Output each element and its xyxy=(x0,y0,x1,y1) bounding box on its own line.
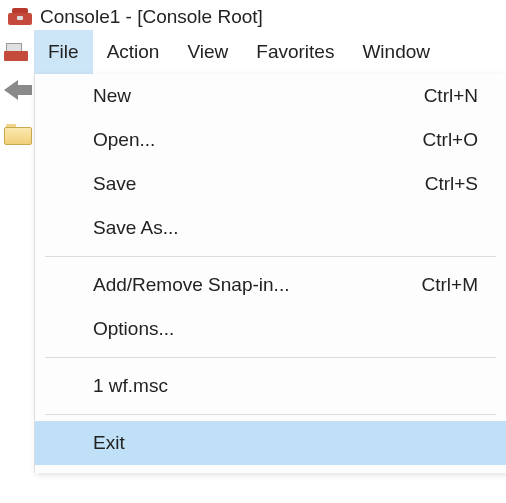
folder-icon[interactable] xyxy=(4,124,32,146)
menu-view[interactable]: View xyxy=(173,30,242,74)
svg-marker-0 xyxy=(4,80,32,100)
menu-window[interactable]: Window xyxy=(348,30,444,74)
file-recent-1[interactable]: 1 wf.msc xyxy=(35,364,506,408)
menu-separator xyxy=(45,357,496,358)
menu-action[interactable]: Action xyxy=(93,30,174,74)
menu-separator xyxy=(45,256,496,257)
file-new-label: New xyxy=(93,85,131,107)
file-exit-label: Exit xyxy=(93,432,125,454)
back-arrow-icon[interactable] xyxy=(4,78,32,102)
menubar: File Action View Favorites Window xyxy=(34,30,444,74)
file-options[interactable]: Options... xyxy=(35,307,506,351)
file-add-remove-label: Add/Remove Snap-in... xyxy=(93,274,289,296)
file-add-remove-shortcut: Ctrl+M xyxy=(422,274,478,296)
file-save-as-label: Save As... xyxy=(93,217,179,239)
menubar-row: File Action View Favorites Window xyxy=(0,30,506,74)
file-save-shortcut: Ctrl+S xyxy=(425,173,478,195)
file-save-as[interactable]: Save As... xyxy=(35,206,506,250)
menu-file[interactable]: File xyxy=(34,30,93,74)
menu-favorites[interactable]: Favorites xyxy=(242,30,348,74)
window-title: Console1 - [Console Root] xyxy=(40,6,263,28)
file-recent-1-label: 1 wf.msc xyxy=(93,375,168,397)
client-area: New Ctrl+N Open... Ctrl+O Save Ctrl+S Sa… xyxy=(0,74,506,503)
file-open-label: Open... xyxy=(93,129,155,151)
menu-favorites-label: Favorites xyxy=(256,41,334,63)
file-new-shortcut: Ctrl+N xyxy=(424,85,478,107)
menu-view-label: View xyxy=(187,41,228,63)
titlebar: Console1 - [Console Root] xyxy=(0,0,506,30)
file-options-label: Options... xyxy=(93,318,174,340)
menu-window-label: Window xyxy=(362,41,430,63)
toolbox-icon xyxy=(8,8,32,26)
file-dropdown: New Ctrl+N Open... Ctrl+O Save Ctrl+S Sa… xyxy=(34,74,506,473)
file-save[interactable]: Save Ctrl+S xyxy=(35,162,506,206)
menu-file-label: File xyxy=(48,41,79,63)
menu-separator xyxy=(45,414,496,415)
file-add-remove-snapin[interactable]: Add/Remove Snap-in... Ctrl+M xyxy=(35,263,506,307)
file-open[interactable]: Open... Ctrl+O xyxy=(35,118,506,162)
file-save-label: Save xyxy=(93,173,136,195)
mmc-window: Console1 - [Console Root] File Action Vi… xyxy=(0,0,506,503)
console-doc-icon xyxy=(4,43,28,61)
file-exit[interactable]: Exit xyxy=(35,421,506,465)
toolbar-column xyxy=(4,78,32,146)
menu-action-label: Action xyxy=(107,41,160,63)
file-new[interactable]: New Ctrl+N xyxy=(35,74,506,118)
file-open-shortcut: Ctrl+O xyxy=(423,129,478,151)
